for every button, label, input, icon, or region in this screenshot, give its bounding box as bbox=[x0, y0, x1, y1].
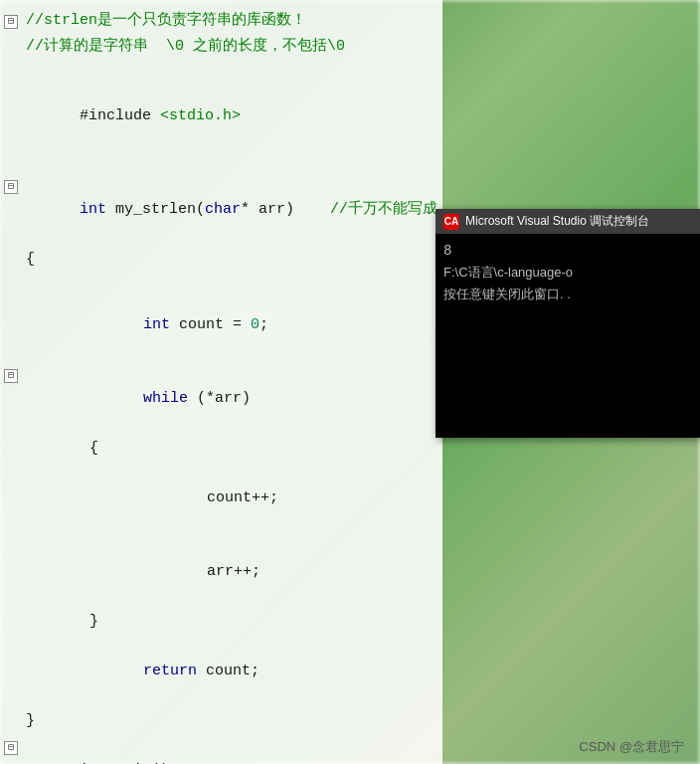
code-line-comment1: ⊟ //strlen是一个只负责字符串的库函数！ bbox=[0, 8, 442, 34]
collapse-btn-1[interactable]: ⊟ bbox=[4, 15, 18, 29]
csdn-watermark: CSDN @念君思宁 bbox=[579, 738, 684, 756]
collapse-btn-2[interactable]: ⊟ bbox=[4, 180, 18, 194]
count-text: int count = 0; bbox=[26, 289, 435, 361]
blank-1 bbox=[0, 60, 442, 80]
collapse-btn-4[interactable]: ⊟ bbox=[4, 741, 18, 755]
code-line-brace1: { bbox=[0, 247, 442, 273]
code-line-close1: } bbox=[0, 708, 442, 734]
terminal-title: Microsoft Visual Studio 调试控制台 bbox=[465, 213, 649, 230]
code-editor: ⊟ //strlen是一个只负责字符串的库函数！ //计算的是字符串 \0 之前… bbox=[0, 0, 442, 764]
code-line-brace2: { bbox=[0, 436, 442, 462]
include-text: #include <stdio.h> bbox=[26, 81, 435, 152]
blank-2 bbox=[0, 153, 442, 173]
terminal-titlebar: CA Microsoft Visual Studio 调试控制台 bbox=[436, 209, 700, 234]
terminal-line-3: 按任意键关闭此窗口. . bbox=[443, 284, 692, 305]
code-line-close2: } bbox=[0, 609, 442, 635]
open-brace2: { bbox=[26, 437, 435, 461]
code-line-count: int count = 0; bbox=[0, 288, 442, 362]
collapse-btn-3[interactable]: ⊟ bbox=[4, 369, 18, 383]
blank-3 bbox=[0, 273, 442, 288]
code-line-count-pp: count++; bbox=[0, 462, 442, 535]
terminal-line-1: 8 bbox=[443, 240, 692, 262]
code-line-include: #include <stdio.h> bbox=[0, 80, 442, 153]
comment2-text: //计算的是字符串 \0 之前的长度，不包括\0 bbox=[26, 35, 435, 59]
code-line-fn-sig: ⊟ int my_strlen(char* arr) //千万不能写成 char… bbox=[0, 173, 442, 247]
arr-pp-text: arr++; bbox=[26, 536, 435, 608]
open-brace1: { bbox=[26, 248, 435, 272]
count-pp-text: count++; bbox=[26, 463, 435, 534]
fn-sig-text: int my_strlen(char* arr) //千万不能写成 char* … bbox=[26, 174, 442, 246]
code-line-while: ⊟ while (*arr) bbox=[0, 362, 442, 436]
while-text: while (*arr) bbox=[26, 363, 435, 435]
close-brace2: } bbox=[26, 610, 435, 634]
main-sig-text: int main() bbox=[26, 735, 435, 764]
terminal-line-2: F:\C语言\c-language-o bbox=[443, 262, 692, 284]
terminal-window: CA Microsoft Visual Studio 调试控制台 8 F:\C语… bbox=[436, 209, 700, 438]
return-count-text: return count; bbox=[26, 636, 435, 707]
code-line-arr-pp: arr++; bbox=[0, 535, 442, 609]
code-line-return-count: return count; bbox=[0, 635, 442, 708]
terminal-body: 8 F:\C语言\c-language-o 按任意键关闭此窗口. . bbox=[436, 234, 700, 438]
gutter: ⊟ bbox=[4, 15, 26, 29]
terminal-app-icon: CA bbox=[443, 214, 459, 230]
close-brace1: } bbox=[26, 709, 435, 733]
code-line-comment2: //计算的是字符串 \0 之前的长度，不包括\0 bbox=[0, 34, 442, 60]
comment1-text: //strlen是一个只负责字符串的库函数！ bbox=[26, 9, 435, 33]
code-line-main: ⊟ int main() bbox=[0, 734, 442, 764]
